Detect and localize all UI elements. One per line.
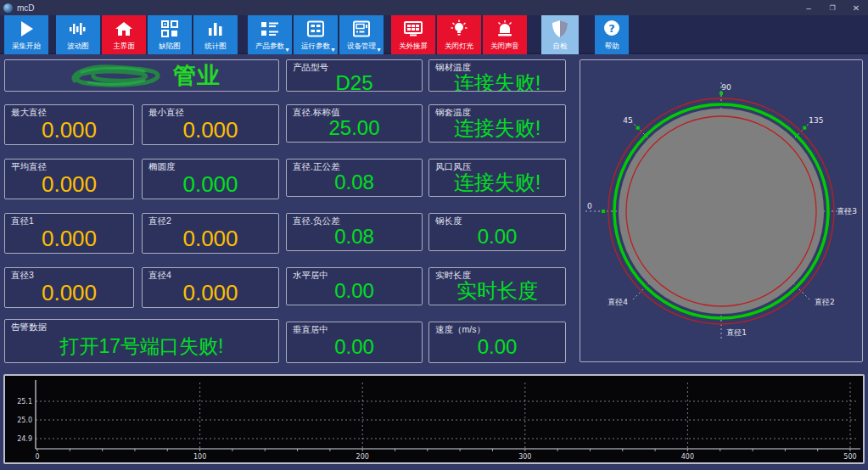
field-label: 钢材温度 (429, 60, 565, 72)
field-speed: 速度（m/s）0.00 (428, 322, 566, 363)
field-max-diameter: 最大直径0.000 (4, 104, 134, 145)
svg-text:200: 200 (356, 453, 369, 461)
diameter-gauge-panel: 90451350直径3直径2直径1直径4 (580, 59, 863, 362)
home-icon (115, 19, 133, 39)
field-vertical-center: 垂直居中0.00 (286, 322, 423, 363)
lights-off-button[interactable]: 关闭灯光 (437, 15, 481, 54)
field-horizontal-center: 水平居中0.00 (286, 267, 423, 305)
product-params-button[interactable]: 产品参数▼ (248, 15, 292, 54)
svg-text:0: 0 (587, 202, 592, 210)
toolbar-button-label: 产品参数 (255, 42, 284, 50)
toolbar-group: 自检 (541, 15, 580, 53)
toolbar-button-label: 关闭声音 (490, 42, 519, 50)
equalizer-icon (68, 19, 88, 39)
field-alarm-data: 告警数据 打开17号端口失败! (4, 319, 279, 363)
statistics-chart-button[interactable]: 统计图 (193, 15, 238, 54)
main-screen-button[interactable]: 主界面 (102, 15, 146, 54)
field-value: 25.00 (287, 117, 422, 142)
field-sleeve-temp: 钢套温度连接失败! (428, 104, 566, 143)
main-area: 管业 最大直径0.000最小直径0.000平均直径0.000椭圆度0.000直径… (0, 54, 868, 470)
field-value: 0.08 (287, 171, 422, 196)
field-label: 直径.正公差 (287, 159, 422, 171)
toolbar-button-label: 主界面 (113, 42, 135, 50)
svg-text:500: 500 (843, 453, 856, 461)
field-steel-length: 钢长度0.00 (428, 213, 566, 251)
play-icon (17, 19, 36, 39)
sound-off-button[interactable]: 关闭声音 (483, 15, 527, 54)
field-value: 实时长度 (429, 280, 565, 305)
field-diameter-4: 直径40.000 (142, 267, 279, 308)
help-button[interactable]: ?帮助 (595, 15, 629, 54)
device-manage-button[interactable]: 设备管理▼ (339, 15, 384, 54)
field-label: 最小直径 (143, 105, 278, 117)
field-value: 0.000 (143, 280, 278, 307)
alarm-message: 打开17号端口失败! (5, 332, 278, 362)
toolbar-button-label: 缺陷图 (159, 42, 181, 50)
field-label: 椭圆度 (143, 159, 278, 171)
field-avg-diameter: 平均直径0.000 (4, 159, 134, 199)
svg-text:直径4: 直径4 (608, 298, 628, 306)
field-value: 0.000 (143, 171, 278, 199)
field-label: 直径.标称值 (287, 105, 422, 117)
field-minus-tolerance: 直径.负公差0.08 (286, 213, 423, 251)
field-value: 0.000 (143, 117, 278, 144)
run-params-button[interactable]: 运行参数▼ (294, 15, 338, 54)
field-value: 连接失败! (429, 171, 565, 196)
start-capture-button[interactable]: 采集开始 (4, 15, 48, 54)
svg-text:0: 0 (35, 453, 39, 461)
minimize-button[interactable]: – (797, 0, 820, 15)
field-label: 钢套温度 (429, 105, 565, 117)
window-title: mcD (17, 3, 35, 13)
self-check-button[interactable]: 自检 (541, 15, 579, 54)
company-logo-scribble-icon (63, 62, 173, 89)
field-value: 0.000 (5, 117, 133, 144)
field-plus-tolerance: 直径.正公差0.08 (286, 159, 423, 197)
toolbar-button-label: 统计图 (204, 42, 227, 50)
field-value: 0.000 (5, 280, 133, 307)
trend-chart-panel: 25.125.024.90100200300400500 (3, 374, 865, 464)
field-product-model: 产品型号D25 (286, 59, 423, 92)
toolbar-button-label: 设备管理 (347, 42, 376, 50)
toolbar-group: ?帮助 (595, 15, 630, 53)
svg-text:100: 100 (193, 453, 206, 461)
svg-text:直径3: 直径3 (837, 207, 857, 215)
trend-chart: 25.125.024.90100200300400500 (5, 376, 863, 462)
maximize-button[interactable]: ❐ (820, 0, 844, 15)
wave-chart-button[interactable]: 波动图 (56, 15, 100, 54)
field-realtime-length: 实时长度实时长度 (428, 267, 566, 305)
field-label: 钢长度 (429, 214, 565, 226)
svg-text:直径2: 直径2 (815, 298, 835, 306)
svg-text:25.1: 25.1 (17, 398, 32, 406)
field-label: 直径4 (143, 268, 278, 280)
field-label: 产品型号 (287, 60, 422, 72)
svg-text:?: ? (608, 22, 615, 35)
svg-text:300: 300 (518, 453, 531, 461)
external-screen-button[interactable]: 关外接屏 (391, 15, 435, 54)
field-value: D25 (287, 72, 422, 92)
field-value: 0.000 (143, 226, 278, 253)
toolbar: 采集开始波动图主界面缺陷图统计图产品参数▼运行参数▼设备管理▼关外接屏关闭灯光关… (0, 15, 868, 54)
field-value: 0.00 (287, 334, 422, 362)
diameter-gauge: 90451350直径3直径2直径1直径4 (580, 60, 862, 361)
field-diameter-1: 直径10.000 (4, 213, 134, 254)
field-label: 直径1 (5, 214, 133, 226)
field-value: 0.000 (5, 171, 133, 199)
defect-chart-button[interactable]: 缺陷图 (148, 15, 192, 54)
toolbar-button-label: 运行参数 (301, 42, 330, 50)
dropdown-caret-icon: ▼ (376, 47, 382, 53)
alarm-siren-icon (495, 19, 515, 39)
field-label: 平均直径 (5, 159, 133, 171)
field-label: 速度（m/s） (429, 322, 565, 334)
device-manage-icon (352, 19, 371, 39)
toolbar-button-label: 自检 (553, 42, 568, 50)
field-label: 水平居中 (287, 268, 422, 280)
field-ovality: 椭圆度0.000 (142, 159, 279, 199)
company-logo-box: 管业 (4, 59, 279, 92)
svg-text:400: 400 (681, 453, 694, 461)
svg-text:45: 45 (623, 116, 632, 125)
svg-text:135: 135 (809, 116, 823, 125)
field-label: 直径2 (143, 214, 278, 226)
field-label: 最大直径 (5, 105, 133, 117)
close-button[interactable]: ✕ (844, 0, 868, 15)
field-label: 告警数据 (5, 320, 278, 332)
